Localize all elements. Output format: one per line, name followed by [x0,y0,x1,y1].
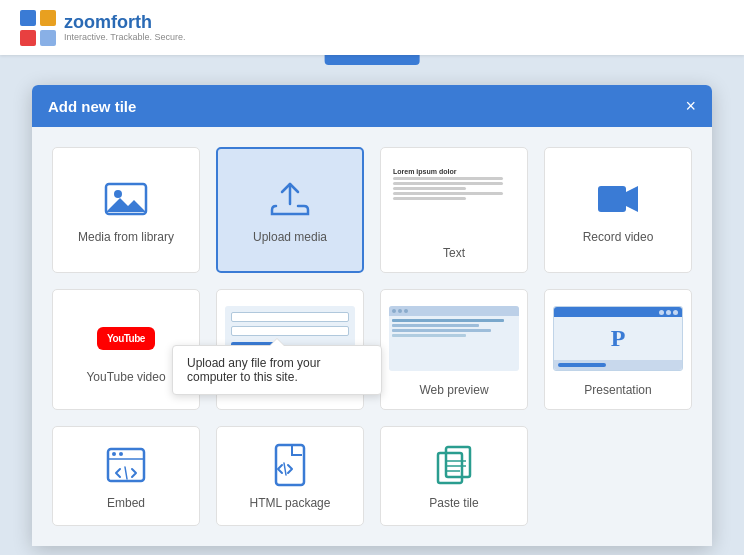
svg-line-15 [284,463,286,475]
tile-label: Embed [107,496,145,510]
tile-grid: Media from library Upload media [52,147,692,526]
presentation-icon: P [553,306,683,371]
tile-text[interactable]: Lorem ipsum dolor Text [380,147,528,273]
tile-presentation[interactable]: P Presentation [544,289,692,410]
svg-rect-16 [438,453,462,483]
upload-icon [266,180,314,218]
logo-area: zoomforth Interactive. Trackable. Secure… [20,10,186,46]
tile-label: Paste tile [429,496,478,510]
tile-label: Presentation [584,383,651,397]
svg-rect-2 [20,30,36,46]
tile-media-library[interactable]: Media from library [52,147,200,273]
image-icon [102,180,150,218]
tile-label: Upload media [253,230,327,244]
svg-rect-17 [446,447,470,477]
modal-close-button[interactable]: × [685,97,696,115]
svg-point-12 [119,452,123,456]
tile-record-video[interactable]: Record video [544,147,692,273]
modal-title: Add new tile [48,98,136,115]
tile-label: Media from library [78,230,174,244]
modal-overlay: Add new tile × Media from library [0,55,744,555]
tile-web-preview[interactable]: Web preview [380,289,528,410]
svg-marker-8 [626,186,638,212]
web-icon [389,306,519,371]
svg-rect-14 [276,445,304,485]
tile-embed[interactable]: Embed [52,426,200,526]
logo-text: zoomforth Interactive. Trackable. Secure… [64,13,186,43]
html-icon [266,446,314,484]
svg-rect-3 [40,30,56,46]
text-preview-icon: Lorem ipsum dolor [389,164,519,234]
tooltip-text: Upload any file from your computer to th… [187,356,320,384]
svg-line-13 [125,467,127,479]
svg-point-5 [114,190,122,198]
paste-icon [430,446,478,484]
video-icon [594,180,642,218]
tile-upload-media[interactable]: Upload media [216,147,364,273]
embed-icon [102,446,150,484]
svg-rect-0 [20,10,36,26]
app-tagline: Interactive. Trackable. Secure. [64,32,186,42]
svg-point-11 [112,452,116,456]
svg-marker-6 [106,198,146,212]
tile-label: HTML package [250,496,331,510]
youtube-icon: YouTube [102,320,150,358]
app-name: zoomforth [64,13,186,33]
tile-label: Record video [583,230,654,244]
tile-label: Web preview [419,383,488,397]
svg-rect-1 [40,10,56,26]
tile-html-package[interactable]: HTML package [216,426,364,526]
tile-label: YouTube video [86,370,165,384]
svg-rect-7 [598,186,626,212]
top-bar: zoomforth Interactive. Trackable. Secure… [0,0,744,55]
upload-tooltip: Upload any file from your computer to th… [172,345,382,395]
logo-icon [20,10,56,46]
tile-label: Text [443,246,465,260]
tile-paste[interactable]: Paste tile [380,426,528,526]
modal-body: Media from library Upload media [32,127,712,546]
modal-header: Add new tile × [32,85,712,127]
add-tile-modal: Add new tile × Media from library [32,85,712,546]
